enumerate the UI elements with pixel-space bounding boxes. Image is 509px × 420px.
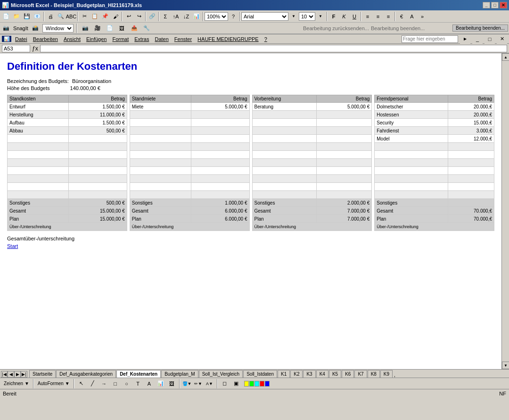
color-yellow[interactable] xyxy=(244,381,249,387)
menu-datei[interactable]: Datei xyxy=(12,35,30,43)
draw-rect-btn[interactable]: □ xyxy=(110,379,121,388)
open-button[interactable]: 📁 xyxy=(11,12,22,21)
print-preview-button[interactable]: 🔍 xyxy=(56,12,66,21)
euro-button[interactable]: € xyxy=(396,12,407,21)
zoom-select[interactable]: 100% xyxy=(205,12,228,21)
snagit-btn3[interactable]: 🎥 xyxy=(92,24,103,33)
menu-help[interactable]: ? xyxy=(262,35,270,43)
snagit-btn7[interactable]: 🔧 xyxy=(141,24,152,33)
menu-haufe[interactable]: HAUFE MEDIENGRUPPE xyxy=(195,35,262,43)
color-cyan[interactable] xyxy=(254,381,259,387)
fp-gesamt[interactable]: Gesamt xyxy=(375,207,448,215)
tab-k6[interactable]: K6 xyxy=(342,370,354,378)
window-select[interactable]: Window xyxy=(42,24,74,33)
smi-sonstiges[interactable]: Sonstiges xyxy=(130,199,191,207)
sk-name-4[interactable] xyxy=(8,135,69,143)
camera-button[interactable]: 📸 xyxy=(30,24,41,33)
vb-sonstiges-amt[interactable]: 2.000,00 € xyxy=(317,199,372,207)
redo-button[interactable]: ↪ xyxy=(134,12,144,21)
sk-amt-3[interactable]: 500,00 € xyxy=(68,127,127,135)
color-blue[interactable] xyxy=(265,381,270,387)
tab-k5[interactable]: K5 xyxy=(329,370,341,378)
vb-ueber[interactable]: Über-/Unterschreitung xyxy=(252,223,372,231)
format-painter-button[interactable]: 🖌 xyxy=(110,12,121,21)
draw-button[interactable]: Zeichnen ▼ xyxy=(2,380,31,387)
menu-daten[interactable]: Daten xyxy=(152,35,171,43)
size-dropdown-btn[interactable]: ▼ xyxy=(315,12,326,21)
smi-plan[interactable]: Plan xyxy=(130,215,191,223)
color-green[interactable] xyxy=(249,381,254,387)
autoformen-button[interactable]: AutoFormen ▼ xyxy=(36,380,72,387)
fp-plan-amt[interactable]: 70.000,€ xyxy=(448,215,494,223)
scroll-up-button[interactable]: ▲ xyxy=(502,53,509,61)
draw-line-btn[interactable]: ╱ xyxy=(88,379,98,388)
fp-plan[interactable]: Plan xyxy=(375,215,448,223)
tab-prev-button[interactable]: ◀ xyxy=(8,371,14,378)
sk-sonstiges-amt[interactable]: 500,00 € xyxy=(68,199,127,207)
draw-fill-color-btn[interactable]: 🪣▼ xyxy=(182,379,192,388)
vb-plan[interactable]: Plan xyxy=(252,215,317,223)
menu-bearbeiten[interactable]: Bearbeiten xyxy=(30,35,61,43)
sk-sonstiges[interactable]: Sonstiges xyxy=(8,199,69,207)
fp-name-2[interactable]: Security xyxy=(375,119,448,127)
window-controls[interactable]: _ □ ✕ xyxy=(483,2,507,8)
snagit-btn6[interactable]: 📤 xyxy=(129,24,140,33)
maximize-button[interactable]: □ xyxy=(491,2,499,8)
help-arrow-button[interactable]: ▶ xyxy=(460,34,470,44)
menu-ansicht[interactable]: Ansicht xyxy=(61,35,83,43)
menu-format[interactable]: Format xyxy=(109,35,131,43)
fp-gesamt-amt[interactable]: 70.000,€ xyxy=(448,207,494,215)
draw-wordart-btn[interactable]: A xyxy=(144,379,155,388)
sk-name-1[interactable]: Herstellung xyxy=(8,111,69,119)
smi-gesamt-amt[interactable]: 6.000,00 € xyxy=(191,207,249,215)
minimize-button[interactable]: _ xyxy=(483,2,490,8)
fp-amt-3[interactable]: 3.000,€ xyxy=(448,127,494,135)
draw-arrow-btn[interactable]: → xyxy=(99,379,109,388)
vertical-scrollbar[interactable]: ▲ ▼ xyxy=(501,53,509,369)
print-button[interactable]: 🖨 xyxy=(45,12,56,21)
sk-name-0[interactable]: Entwurf xyxy=(8,103,69,111)
snagit-btn4[interactable]: 📄 xyxy=(105,24,115,33)
tab-startseite[interactable]: Startseite xyxy=(29,370,56,378)
sk-amt-0[interactable]: 1.500,00 € xyxy=(68,103,127,111)
tab-more[interactable]: , xyxy=(394,372,395,378)
snagit-icon[interactable]: 📷 xyxy=(1,24,11,33)
fp-name-3[interactable]: Fahrdienst xyxy=(375,127,448,135)
tab-k3[interactable]: K3 xyxy=(303,370,315,378)
tab-k1[interactable]: K1 xyxy=(278,370,290,378)
formula-input[interactable] xyxy=(40,45,507,52)
tab-next-button[interactable]: ▶ xyxy=(14,371,21,378)
draw-line-color-btn[interactable]: ✏▼ xyxy=(193,379,204,388)
tab-soll-istdaten[interactable]: Soll_Istdaten xyxy=(243,370,277,378)
fp-amt-4[interactable]: 12.000,€ xyxy=(448,135,494,143)
sk-amt-1[interactable]: 11.000,00 € xyxy=(68,111,127,119)
spellcheck-button[interactable]: ABC xyxy=(66,12,76,21)
menu-extras[interactable]: Extras xyxy=(131,35,152,43)
zoom-help-button[interactable]: ? xyxy=(228,12,238,21)
align-left-button[interactable]: ≡ xyxy=(362,12,373,21)
copy-button[interactable]: 📋 xyxy=(90,12,100,21)
vb-name-0[interactable]: Beratung xyxy=(252,103,317,111)
sk-ueber[interactable]: Über-/Unterschreitung xyxy=(8,223,127,231)
fp-name-4[interactable]: Model xyxy=(375,135,448,143)
sum-button[interactable]: Σ xyxy=(160,12,171,21)
save-button[interactable]: 💾 xyxy=(22,12,32,21)
fp-amt-1[interactable]: 20.000,€ xyxy=(448,111,494,119)
vb-gesamt-amt[interactable]: 7.000,00 € xyxy=(317,207,372,215)
align-center-button[interactable]: ≡ xyxy=(373,12,383,21)
bold-button[interactable]: F xyxy=(328,12,339,21)
draw-select-btn[interactable]: ↖ xyxy=(76,379,87,388)
tab-k7[interactable]: K7 xyxy=(354,370,367,378)
sk-gesamt[interactable]: Gesamt xyxy=(8,207,69,215)
help-restore[interactable]: □ xyxy=(484,34,495,44)
smi-plan-amt[interactable]: 6.000,00 € xyxy=(191,215,249,223)
vb-amt-0[interactable]: 5.000,00 € xyxy=(317,103,372,111)
email-button[interactable]: 📧 xyxy=(32,12,42,21)
sk-amt-2[interactable]: 1.500,00 € xyxy=(68,119,127,127)
sk-plan[interactable]: Plan xyxy=(8,215,69,223)
fp-ueber[interactable]: Über-/Unterschreitung xyxy=(375,223,494,231)
draw-text-btn[interactable]: T xyxy=(133,379,143,388)
fp-name-0[interactable]: Dolmetscher xyxy=(375,103,448,111)
tab-first-button[interactable]: |◀ xyxy=(1,371,8,378)
tab-k8[interactable]: K8 xyxy=(368,370,380,378)
